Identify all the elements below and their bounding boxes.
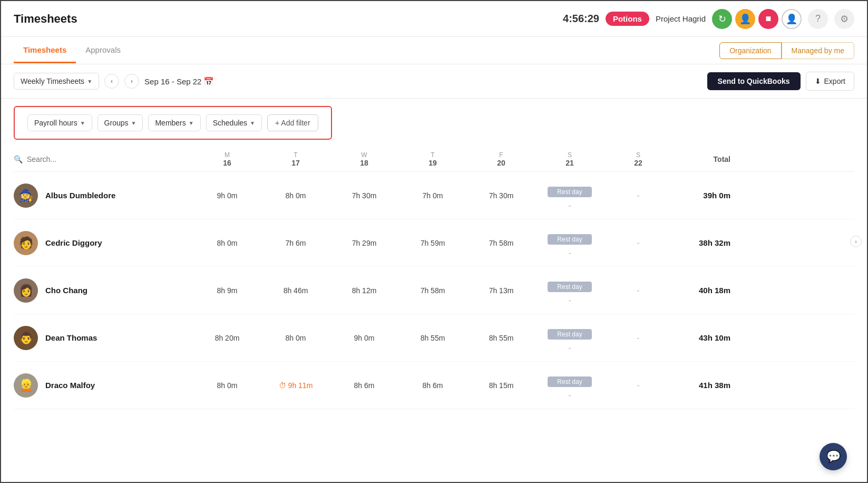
day-header-0: M 16: [193, 151, 261, 167]
dash: -: [569, 201, 571, 210]
page-title: Timesheets: [14, 12, 77, 26]
day-cell-1: ⏱ 9h 11m: [261, 381, 330, 390]
schedules-filter-label: Schedules: [213, 119, 247, 127]
day-cell-5: Rest day -: [535, 229, 604, 257]
day-header-4: F 20: [467, 151, 535, 167]
day-cell-3: 8h 55m: [398, 334, 467, 342]
toolbar-left: Weekly Timesheets ▼ ‹ › Sep 16 - Sep 22 …: [14, 73, 214, 90]
schedules-chevron: ▼: [250, 120, 255, 126]
day-cell-4: 7h 30m: [467, 191, 535, 200]
settings-icon[interactable]: ⚙: [834, 9, 854, 29]
total-hours: 40h 18m: [672, 286, 741, 295]
export-label: Export: [824, 77, 845, 85]
rest-day-badge: Rest day: [548, 376, 591, 387]
date-range-display[interactable]: Sep 16 - Sep 22 📅: [144, 76, 214, 86]
dash: -: [569, 296, 571, 305]
day-cell-1: 8h 0m: [261, 334, 330, 342]
user-icon[interactable]: 👤: [782, 9, 802, 29]
day-cell-2: 8h 12m: [330, 286, 398, 295]
day-cell-4: 7h 58m: [467, 239, 535, 247]
total-hours: 41h 38m: [672, 381, 741, 390]
header-right: 4:56:29 Potions Project Hagrid ↻ 👤 ■ 👤 ?…: [563, 9, 854, 29]
sync-icon[interactable]: ↻: [712, 9, 732, 29]
header-icons: ↻ 👤 ■ 👤: [712, 9, 802, 29]
help-icon[interactable]: ?: [808, 9, 828, 29]
payroll-filter-btn[interactable]: Payroll hours ▼: [27, 114, 92, 131]
table-row: 👱 Draco Malfoy 8h 0m ⏱ 9h 11m 8h 6m 8h 6…: [14, 362, 854, 409]
tab-approvals[interactable]: Approvals: [76, 38, 130, 63]
avatar: 🧙: [14, 183, 38, 208]
total-hours: 39h 0m: [672, 191, 741, 200]
employee-name: Draco Malfoy: [45, 381, 95, 390]
day-cell-3: 7h 58m: [398, 286, 467, 295]
period-label: Weekly Timesheets: [21, 77, 84, 85]
avatar: 👩: [14, 278, 38, 303]
timesheet-table: 🔍 M 16 T 17 W 18 T 19 F 20 S 21 S 22: [1, 147, 867, 409]
day-header-2: W 18: [330, 151, 398, 167]
day-cell-6: -: [604, 239, 672, 247]
members-filter-label: Members: [155, 119, 186, 127]
day-cell-1: 8h 0m: [261, 191, 330, 200]
avatar: 🧑: [14, 231, 38, 255]
employee-info-1: 🧑 Cedric Diggory: [14, 231, 193, 255]
export-icon: ⬇: [815, 77, 821, 85]
employee-info-0: 🧙 Albus Dumbledore: [14, 183, 193, 208]
day-cell-6: -: [604, 381, 672, 390]
period-dropdown[interactable]: Weekly Timesheets ▼: [14, 73, 99, 90]
schedules-filter-btn[interactable]: Schedules ▼: [206, 114, 262, 131]
chat-bubble[interactable]: 💬: [820, 443, 847, 470]
dash: -: [569, 391, 571, 400]
managed-view-btn[interactable]: Managed by me: [782, 42, 854, 59]
total-hours: 38h 32m: [672, 238, 741, 247]
send-quickbooks-btn[interactable]: Send to QuickBooks: [707, 72, 801, 90]
add-filter-btn[interactable]: + Add filter: [267, 114, 318, 131]
table-row: 👩 Cho Chang 8h 9m 8h 46m 8h 12m 7h 58m 7…: [14, 267, 854, 314]
day-cell-0: 8h 9m: [193, 286, 261, 295]
right-handle[interactable]: ›: [850, 236, 862, 247]
avatar: 👱: [14, 373, 38, 398]
day-header-3: T 19: [398, 151, 467, 167]
employee-name: Cho Chang: [45, 286, 87, 295]
potions-badge[interactable]: Potions: [606, 12, 649, 26]
members-chevron: ▼: [189, 120, 194, 126]
view-toggle: Organization Managed by me: [719, 42, 854, 59]
day-cell-5: Rest day -: [535, 371, 604, 400]
employee-name: Dean Thomas: [45, 333, 97, 342]
user-active-icon[interactable]: 👤: [735, 9, 755, 29]
avatar: 👨: [14, 326, 38, 350]
day-cell-0: 8h 0m: [193, 239, 261, 247]
date-range-text: Sep 16 - Sep 22: [144, 77, 201, 86]
members-filter-btn[interactable]: Members ▼: [148, 114, 200, 131]
employee-name: Cedric Diggory: [45, 238, 102, 247]
day-cell-5: Rest day -: [535, 324, 604, 352]
day-cell-6: -: [604, 286, 672, 295]
day-cell-5: Rest day -: [535, 181, 604, 210]
dash: -: [569, 249, 571, 257]
groups-filter-btn[interactable]: Groups ▼: [97, 114, 143, 131]
employee-name: Albus Dumbledore: [45, 191, 115, 200]
search-input[interactable]: [27, 155, 132, 163]
tab-list: Timesheets Approvals: [14, 38, 130, 63]
day-cell-4: 7h 13m: [467, 286, 535, 295]
table-row: 👨 Dean Thomas 8h 20m 8h 0m 9h 0m 8h 55m …: [14, 314, 854, 362]
rest-day-badge: Rest day: [548, 187, 591, 197]
stop-icon[interactable]: ■: [758, 9, 778, 29]
day-header-5: S 21: [535, 151, 604, 167]
tabs-bar: Timesheets Approvals Organization Manage…: [1, 37, 867, 64]
next-week-btn[interactable]: ›: [124, 74, 139, 89]
prev-week-btn[interactable]: ‹: [104, 74, 119, 89]
day-cell-4: 8h 15m: [467, 381, 535, 390]
table-header-row: 🔍 M 16 T 17 W 18 T 19 F 20 S 21 S 22: [14, 147, 854, 172]
day-cell-2: 7h 30m: [330, 191, 398, 200]
calendar-icon: 📅: [203, 76, 214, 86]
total-col-header: Total: [672, 155, 741, 163]
table-row: 🧑 Cedric Diggory 8h 0m 7h 6m 7h 29m 7h 5…: [14, 219, 854, 267]
org-view-btn[interactable]: Organization: [719, 42, 781, 59]
day-cell-3: 8h 6m: [398, 381, 467, 390]
tab-timesheets[interactable]: Timesheets: [14, 38, 76, 63]
expand-arrow[interactable]: ›: [850, 236, 862, 247]
day-cell-0: 8h 0m: [193, 381, 261, 390]
day-cell-6: -: [604, 334, 672, 342]
export-btn[interactable]: ⬇ Export: [806, 72, 854, 91]
dash: -: [569, 344, 571, 352]
